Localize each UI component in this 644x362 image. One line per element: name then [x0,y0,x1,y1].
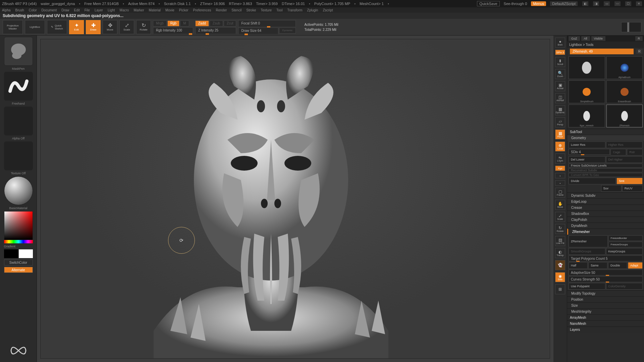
r-tab-2[interactable]: R [636,49,643,54]
minimize-icon[interactable]: — [614,1,621,6]
gradient-label[interactable]: Gradient [4,245,33,248]
smt-toggle[interactable]: Smt [616,178,643,184]
geometry-section[interactable]: Geometry [567,135,644,141]
freeze-subdiv-button[interactable]: Freeze SubDivision Levels [569,164,643,168]
visible-tab[interactable]: Visible [591,36,605,41]
thumb-zremesh[interactable]: ZRemesh [606,105,643,127]
menu-zplugin[interactable]: Zplugin [307,8,318,12]
menu-stroke[interactable]: Stroke [246,8,256,12]
zcut-toggle[interactable]: Zcut [224,20,236,26]
sdiv-slider[interactable]: SDiv 4 [569,149,610,155]
scale-button[interactable]: ⤢Scale [119,20,134,34]
texture-slot[interactable] [4,141,33,170]
menu-material[interactable]: Material [149,8,161,12]
convert-bpr-button[interactable]: Convert BPR To Geo [569,173,643,177]
frame-button[interactable]: ▢Frame [555,188,565,198]
divide-button[interactable]: Divide [569,178,616,184]
xpose-button[interactable]: ⊞ [555,284,565,294]
menu-stencil[interactable]: Stencil [231,8,241,12]
goz-tab[interactable]: GoZ [569,36,580,41]
subtool-section[interactable]: SubTool [567,129,644,135]
rotate-button[interactable]: ↻Rotate [136,20,151,34]
freeze-border-toggle[interactable]: FreezeBorder [608,235,643,241]
cage-button[interactable]: Cage [610,149,626,156]
tool-name[interactable]: ZRemesh. 49 [570,49,634,54]
size-section[interactable]: Size [567,302,644,308]
switch-color-button[interactable]: SwitchColor [4,259,33,265]
modify-topology-section[interactable]: Modify Topology [567,290,644,296]
move-nav-button[interactable]: ✋Move [555,200,565,210]
aahalf-button[interactable]: ◫AAHalf [555,93,565,103]
lightbox-button[interactable]: LightBox [25,20,45,34]
keep-groups-toggle[interactable]: KeepGroups [606,248,643,255]
thumb-figur-remesh[interactable]: figur_remesh [569,105,605,127]
menu-alpha[interactable]: Alpha [2,8,11,12]
rstr-button[interactable]: Rstr [627,149,643,156]
zoom-button[interactable]: 🔍Zoom [555,69,565,79]
draw-button[interactable]: ✚Draw [86,20,101,34]
thumb-alphabrush[interactable]: AlphaBrush [606,56,643,79]
adaptive-size-slider[interactable]: AdaptiveSize 50 [569,269,643,276]
rotate-nav-button[interactable]: ↻Rotate [555,224,565,234]
color-swatches[interactable] [4,249,33,258]
material-slot[interactable] [4,176,33,205]
same-button[interactable]: Same [588,262,607,269]
thumb-simplebrush[interactable]: SimpleBrush [569,80,605,103]
menu-preferences[interactable]: Preferences [193,8,211,12]
viewport[interactable]: ⟳ [37,36,553,362]
claypolish-section[interactable]: ClayPolish [567,217,644,223]
reconstruct-button[interactable]: Reconstruct Subdiv [569,168,643,172]
crease-section[interactable]: Crease [567,204,644,210]
adapt-toggle[interactable]: Adapt [628,262,643,269]
solo-button[interactable]: ◉Solo [555,272,565,282]
draw-size-slider[interactable]: Draw Size 64 [238,27,278,34]
double-button[interactable]: Double [608,262,627,269]
stroke-slot[interactable] [4,72,33,101]
window-icon-1[interactable]: ◧ [582,1,588,6]
menu-file[interactable]: File [85,8,90,12]
zremesher-section[interactable]: ZRemesher [567,229,644,235]
dynamic-toggle[interactable]: Dynamic [279,27,296,34]
y-axis-button[interactable]: • [555,173,565,178]
quicksave-button[interactable]: QuickSave [477,1,499,6]
use-polypaint-toggle[interactable]: Use Polypaint [569,283,605,290]
dynamic-nav-button[interactable]: ▦Dynamic [555,105,565,115]
nanomesh-section[interactable]: NanoMesh [567,320,644,326]
zsub-toggle[interactable]: Zsub [210,20,223,26]
quick-sketch-button[interactable]: ✎Quick Sketch [47,20,67,34]
arraymesh-section[interactable]: ArrayMesh [567,314,644,320]
target-poly-slider[interactable]: Target Polygons Count 5 [569,255,643,261]
reuv-button[interactable]: ReUV [622,185,643,192]
edgeloop-section[interactable]: EdgeLoop [567,198,644,204]
close-icon[interactable]: ✕ [636,1,642,6]
freeze-groups-toggle[interactable]: FreezeGroups [608,242,643,247]
curves-strength-slider[interactable]: Curves Strength 50 [569,276,643,282]
edit-button[interactable]: ✦Edit [69,20,84,34]
local-button[interactable]: ⊕Local [555,141,565,152]
menu-render[interactable]: Render [216,8,227,12]
menu-document[interactable]: Document [42,8,57,12]
alpha-slot[interactable] [4,107,33,135]
color-picker[interactable] [4,211,33,243]
dynamesh-section[interactable]: DynaMesh [567,223,644,229]
default-script[interactable]: DefaultZScript [550,1,578,6]
lower-res-button[interactable]: Lower Res [569,141,605,148]
seethrough-slider[interactable]: See-through 0 [504,2,527,6]
menu-layer[interactable]: Layer [95,8,103,12]
alternate-button[interactable]: Alternate [4,267,33,273]
z-intensity-slider[interactable]: Z Intensity 25 [195,27,236,34]
thumb-current[interactable] [569,56,605,79]
menu-transform[interactable]: Transform [287,8,302,12]
brush-slot[interactable] [4,37,33,66]
window-icon-2[interactable]: ◨ [593,1,599,6]
breadcrumb[interactable]: Lightbox > Tools [567,42,644,48]
z-axis-button[interactable]: • [555,180,565,186]
xyz-button[interactable]: Xyz [555,166,565,171]
rgb-intensity-slider[interactable]: Rgb Intensity 100 [153,27,193,34]
menu-zscript[interactable]: Zscript [323,8,333,12]
half-button[interactable]: Half [569,262,588,269]
zadd-toggle[interactable]: Zadd [195,20,209,26]
menu-draw[interactable]: Draw [61,8,69,12]
rgb-toggle[interactable]: Rgb [167,20,179,26]
maximize-icon[interactable]: ☐ [625,1,631,6]
